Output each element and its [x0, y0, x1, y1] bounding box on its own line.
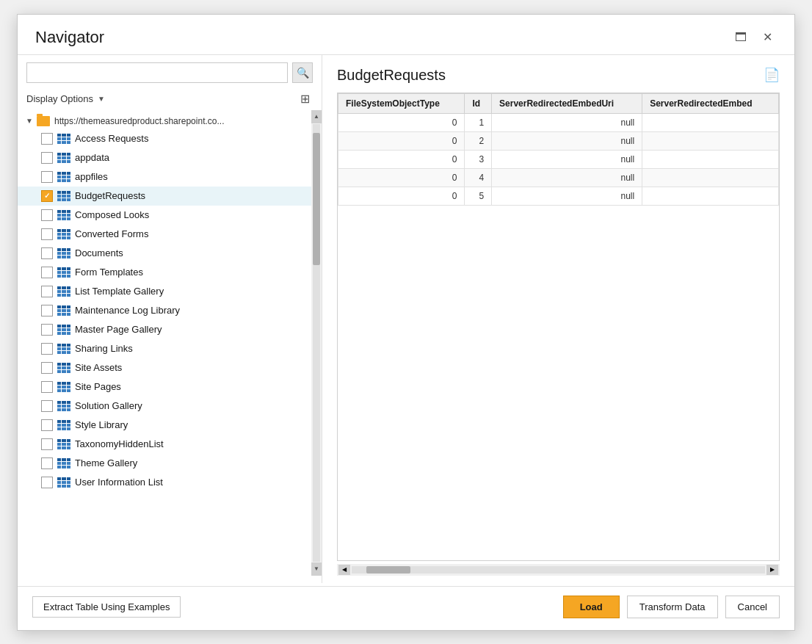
tree-list-item[interactable]: List Template Gallery — [18, 282, 322, 301]
h-scroll-right-arrow[interactable]: ▶ — [766, 565, 778, 575]
panel-icon-button[interactable]: ⊞ — [297, 90, 313, 107]
tree-list-item[interactable]: Composed Looks — [18, 206, 322, 225]
tree-list-item[interactable]: appdata — [18, 148, 322, 167]
tree-list-item[interactable]: Documents — [18, 244, 322, 263]
tree-item-checkbox[interactable] — [41, 305, 53, 316]
tree-item-checkbox[interactable] — [41, 171, 53, 183]
tree-item-label: Theme Gallery — [75, 457, 137, 468]
tree-list-item[interactable]: Site Pages — [18, 377, 322, 397]
close-button[interactable]: ✕ — [758, 29, 777, 46]
tree-item-label: User Information List — [75, 477, 163, 488]
table-icon — [57, 210, 70, 220]
table-icon — [57, 286, 70, 297]
tree-item-checkbox[interactable] — [41, 324, 53, 336]
tree-item-checkbox[interactable] — [41, 438, 53, 450]
table-cell: 4 — [465, 168, 492, 187]
scroll-down-arrow[interactable]: ▼ — [311, 562, 322, 576]
tree-item-label: Form Templates — [75, 267, 143, 278]
tree-item-checkbox[interactable] — [41, 477, 53, 488]
tree-item-checkbox[interactable] — [41, 400, 53, 412]
tree-list-item[interactable]: Theme Gallery — [18, 454, 322, 473]
search-button[interactable]: 🔍 — [292, 62, 313, 83]
tree-list-item[interactable]: appfiles — [18, 167, 322, 187]
table-icon — [57, 191, 70, 201]
display-options-row: Display Options ▼ ⊞ — [18, 87, 322, 110]
navigator-dialog: Navigator 🗖 ✕ 🔍 Display Options ▼ ⊞ — [17, 14, 795, 631]
tree-item-checkbox[interactable] — [41, 362, 53, 374]
extract-table-button[interactable]: Extract Table Using Examples — [32, 596, 181, 618]
table-icon — [57, 305, 70, 316]
tree-item-checkbox[interactable] — [41, 209, 53, 221]
tree-list-item[interactable]: TaxonomyHiddenList — [18, 435, 322, 454]
display-options-label[interactable]: Display Options — [26, 93, 93, 104]
tree-list-item[interactable]: User Information List — [18, 473, 322, 492]
tree-item-checkbox[interactable] — [41, 419, 53, 431]
horizontal-scrollbar[interactable]: ◀ ▶ — [337, 564, 780, 576]
transform-data-button[interactable]: Transform Data — [627, 596, 718, 618]
table-cell — [642, 168, 779, 187]
content-area: 🔍 Display Options ▼ ⊞ ▼ https://themeasu… — [18, 54, 794, 583]
tree-item-label: Maintenance Log Library — [75, 305, 180, 316]
tree-container[interactable]: ▼ https://themeasuredproduct.sharepoint.… — [18, 110, 322, 576]
load-button[interactable]: Load — [563, 596, 620, 618]
display-options-arrow-icon: ▼ — [98, 95, 105, 103]
tree-item-checkbox[interactable] — [41, 457, 53, 469]
tree-item-label: appfiles — [75, 171, 108, 182]
tree-item-label: List Template Gallery — [75, 286, 164, 297]
table-header-row: FileSystemObjectTypeIdServerRedirectedEm… — [338, 93, 779, 113]
tree-item-checkbox[interactable] — [41, 152, 53, 164]
search-input[interactable] — [26, 62, 288, 83]
table-options-button[interactable]: 📄 — [764, 67, 780, 83]
scroll-thumb — [313, 133, 320, 265]
tree-root-item[interactable]: ▼ https://themeasuredproduct.sharepoint.… — [18, 113, 322, 129]
tree-list-item[interactable]: Site Assets — [18, 358, 322, 377]
tree-list-item[interactable]: Style Library — [18, 416, 322, 435]
cancel-button[interactable]: Cancel — [725, 596, 780, 618]
bottom-bar: Extract Table Using Examples Load Transf… — [18, 586, 794, 630]
h-scroll-left-arrow[interactable]: ◀ — [338, 565, 350, 575]
table-cell: null — [492, 113, 642, 131]
tree-item-checkbox[interactable] — [41, 267, 53, 278]
tree-item-label: TaxonomyHiddenList — [75, 438, 164, 449]
tree-list-item[interactable]: Sharing Links — [18, 339, 322, 358]
table-icon — [57, 344, 70, 354]
table-cell — [642, 113, 779, 131]
tree-item-label: Solution Gallery — [75, 400, 142, 411]
vertical-scrollbar[interactable]: ▲ ▼ — [311, 110, 322, 576]
tree-item-checkbox[interactable] — [41, 381, 53, 393]
table-icon — [57, 382, 70, 392]
table-header-cell: ServerRedirectedEmbed — [642, 93, 779, 113]
table-row: 05null — [338, 187, 779, 205]
title-controls: 🗖 ✕ — [731, 29, 777, 46]
tree-list-item[interactable]: Maintenance Log Library — [18, 301, 322, 320]
tree-list-item[interactable]: Access Requests — [18, 129, 322, 148]
tree-item-label: Access Requests — [75, 133, 148, 144]
tree-list-item[interactable]: Solution Gallery — [18, 397, 322, 416]
tree-item-checkbox[interactable] — [41, 228, 53, 240]
title-bar: Navigator 🗖 ✕ — [18, 15, 794, 54]
tree-item-checkbox[interactable] — [41, 286, 53, 297]
minimize-button[interactable]: 🗖 — [731, 29, 751, 46]
table-cell: 0 — [338, 150, 465, 168]
data-table: FileSystemObjectTypeIdServerRedirectedEm… — [338, 93, 779, 206]
tree-list: Access Requests appdata appfiles BudgetR… — [18, 129, 322, 492]
scroll-up-arrow[interactable]: ▲ — [311, 110, 322, 123]
tree-item-checkbox[interactable] — [41, 247, 53, 259]
tree-item-checkbox[interactable] — [41, 190, 53, 202]
tree-list-item[interactable]: Converted Forms — [18, 225, 322, 244]
tree-list-item[interactable]: BudgetRequests — [18, 187, 322, 206]
data-table-wrap[interactable]: FileSystemObjectTypeIdServerRedirectedEm… — [337, 93, 780, 561]
tree-item-label: appdata — [75, 152, 109, 163]
tree-item-label: Sharing Links — [75, 343, 133, 354]
search-bar: 🔍 — [18, 55, 322, 87]
tree-item-checkbox[interactable] — [41, 133, 53, 145]
table-cell: null — [492, 150, 642, 168]
tree-list-item[interactable]: Form Templates — [18, 263, 322, 282]
table-header-cell: FileSystemObjectType — [338, 93, 465, 113]
table-row: 03null — [338, 150, 779, 168]
table-cell — [642, 131, 779, 150]
tree-list-item[interactable]: Master Page Gallery — [18, 320, 322, 339]
left-panel: 🔍 Display Options ▼ ⊞ ▼ https://themeasu… — [18, 55, 322, 583]
tree-item-checkbox[interactable] — [41, 343, 53, 355]
table-icon — [57, 172, 70, 182]
